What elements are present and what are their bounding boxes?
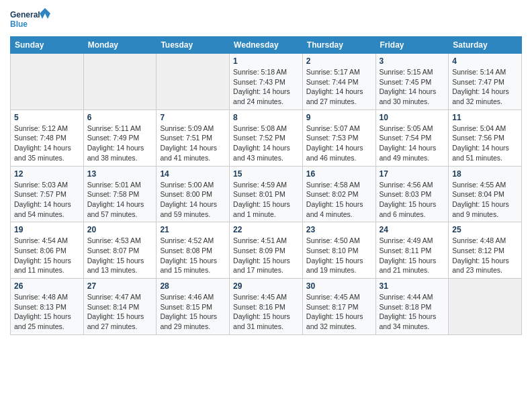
day-info: Sunrise: 5:05 AM Sunset: 7:54 PM Dayligh… [380, 124, 445, 163]
day-header-monday: Monday [83, 37, 157, 54]
day-number: 18 [452, 169, 518, 179]
day-info: Sunrise: 5:18 AM Sunset: 7:43 PM Dayligh… [233, 67, 299, 107]
calendar-table: SundayMondayTuesdayWednesdayThursdayFrid… [10, 36, 522, 335]
day-info: Sunrise: 4:47 AM Sunset: 8:14 PM Dayligh… [87, 292, 153, 332]
day-number: 7 [160, 113, 226, 122]
calendar-cell: 29Sunrise: 4:45 AM Sunset: 8:16 PM Dayli… [230, 279, 303, 335]
day-number: 21 [160, 225, 226, 234]
calendar-cell: 18Sunrise: 4:55 AM Sunset: 8:04 PM Dayli… [449, 166, 522, 222]
day-info: Sunrise: 5:09 AM Sunset: 7:51 PM Dayligh… [160, 124, 226, 163]
day-number: 13 [87, 169, 153, 179]
day-number: 11 [452, 113, 518, 122]
calendar-cell: 12Sunrise: 5:03 AM Sunset: 7:57 PM Dayli… [11, 166, 84, 222]
svg-marker-2 [40, 8, 50, 19]
calendar-cell: 21Sunrise: 4:52 AM Sunset: 8:08 PM Dayli… [157, 222, 230, 279]
calendar-cell: 24Sunrise: 4:49 AM Sunset: 8:11 PM Dayli… [375, 222, 449, 279]
calendar-cell: 9Sunrise: 5:07 AM Sunset: 7:53 PM Daylig… [302, 109, 375, 166]
day-info: Sunrise: 4:53 AM Sunset: 8:07 PM Dayligh… [87, 236, 153, 275]
day-number: 15 [233, 169, 299, 179]
day-info: Sunrise: 5:14 AM Sunset: 7:47 PM Dayligh… [452, 67, 518, 107]
day-info: Sunrise: 4:50 AM Sunset: 8:10 PM Dayligh… [306, 236, 372, 275]
day-number: 20 [87, 225, 153, 234]
calendar-cell: 17Sunrise: 4:56 AM Sunset: 8:03 PM Dayli… [375, 166, 449, 222]
day-header-saturday: Saturday [449, 37, 522, 54]
calendar-cell: 2Sunrise: 5:17 AM Sunset: 7:44 PM Daylig… [302, 54, 375, 110]
calendar-cell: 20Sunrise: 4:53 AM Sunset: 8:07 PM Dayli… [83, 222, 157, 279]
calendar-cell: 28Sunrise: 4:46 AM Sunset: 8:15 PM Dayli… [157, 279, 230, 335]
day-number: 29 [233, 281, 299, 291]
calendar-cell: 13Sunrise: 5:01 AM Sunset: 7:58 PM Dayli… [83, 166, 157, 222]
calendar-cell: 22Sunrise: 4:51 AM Sunset: 8:09 PM Dayli… [230, 222, 303, 279]
days-header-row: SundayMondayTuesdayWednesdayThursdayFrid… [11, 37, 522, 54]
calendar-cell: 10Sunrise: 5:05 AM Sunset: 7:54 PM Dayli… [375, 109, 449, 166]
day-info: Sunrise: 4:54 AM Sunset: 8:06 PM Dayligh… [14, 236, 80, 275]
day-number: 14 [160, 169, 226, 179]
day-number: 3 [380, 56, 445, 66]
week-row-1: 1Sunrise: 5:18 AM Sunset: 7:43 PM Daylig… [11, 54, 522, 110]
day-number: 22 [233, 225, 299, 234]
day-number: 17 [380, 169, 445, 179]
calendar-cell: 14Sunrise: 5:00 AM Sunset: 8:00 PM Dayli… [157, 166, 230, 222]
svg-text:General: General [10, 10, 40, 19]
calendar-cell: 6Sunrise: 5:11 AM Sunset: 7:49 PM Daylig… [83, 109, 157, 166]
day-info: Sunrise: 4:45 AM Sunset: 8:16 PM Dayligh… [233, 292, 299, 332]
calendar-cell: 1Sunrise: 5:18 AM Sunset: 7:43 PM Daylig… [230, 54, 303, 110]
calendar-cell [11, 54, 84, 110]
calendar-cell: 11Sunrise: 5:04 AM Sunset: 7:56 PM Dayli… [449, 109, 522, 166]
calendar-cell: 31Sunrise: 4:44 AM Sunset: 8:18 PM Dayli… [375, 279, 449, 335]
calendar-cell: 25Sunrise: 4:48 AM Sunset: 8:12 PM Dayli… [449, 222, 522, 279]
day-number: 5 [14, 113, 80, 122]
day-number: 28 [160, 281, 226, 291]
day-header-friday: Friday [375, 37, 449, 54]
day-number: 6 [87, 113, 153, 122]
day-number: 4 [452, 56, 518, 66]
day-info: Sunrise: 5:01 AM Sunset: 7:58 PM Dayligh… [87, 180, 153, 220]
day-header-wednesday: Wednesday [230, 37, 303, 54]
day-info: Sunrise: 4:44 AM Sunset: 8:18 PM Dayligh… [380, 292, 445, 332]
day-info: Sunrise: 4:56 AM Sunset: 8:03 PM Dayligh… [380, 180, 445, 220]
header: General Blue [10, 7, 522, 34]
day-number: 12 [14, 169, 80, 179]
day-number: 31 [380, 281, 445, 291]
day-number: 25 [452, 225, 518, 234]
day-info: Sunrise: 4:45 AM Sunset: 8:17 PM Dayligh… [306, 292, 372, 332]
day-info: Sunrise: 5:15 AM Sunset: 7:45 PM Dayligh… [380, 67, 445, 107]
calendar-cell: 5Sunrise: 5:12 AM Sunset: 7:48 PM Daylig… [11, 109, 84, 166]
calendar-cell: 7Sunrise: 5:09 AM Sunset: 7:51 PM Daylig… [157, 109, 230, 166]
day-info: Sunrise: 4:48 AM Sunset: 8:13 PM Dayligh… [14, 292, 80, 332]
calendar-cell [449, 279, 522, 335]
day-info: Sunrise: 4:58 AM Sunset: 8:02 PM Dayligh… [306, 180, 372, 220]
calendar-cell: 15Sunrise: 4:59 AM Sunset: 8:01 PM Dayli… [230, 166, 303, 222]
day-number: 16 [306, 169, 372, 179]
day-number: 8 [233, 113, 299, 122]
day-number: 2 [306, 56, 372, 66]
day-info: Sunrise: 5:17 AM Sunset: 7:44 PM Dayligh… [306, 67, 372, 107]
week-row-2: 5Sunrise: 5:12 AM Sunset: 7:48 PM Daylig… [11, 109, 522, 166]
day-info: Sunrise: 5:08 AM Sunset: 7:52 PM Dayligh… [233, 124, 299, 163]
calendar-cell: 16Sunrise: 4:58 AM Sunset: 8:02 PM Dayli… [302, 166, 375, 222]
day-info: Sunrise: 4:55 AM Sunset: 8:04 PM Dayligh… [452, 180, 518, 220]
day-header-thursday: Thursday [302, 37, 375, 54]
week-row-4: 19Sunrise: 4:54 AM Sunset: 8:06 PM Dayli… [11, 222, 522, 279]
day-header-sunday: Sunday [11, 37, 84, 54]
day-info: Sunrise: 4:59 AM Sunset: 8:01 PM Dayligh… [233, 180, 299, 220]
calendar-cell: 8Sunrise: 5:08 AM Sunset: 7:52 PM Daylig… [230, 109, 303, 166]
day-number: 30 [306, 281, 372, 291]
day-info: Sunrise: 4:51 AM Sunset: 8:09 PM Dayligh… [233, 236, 299, 275]
calendar-cell [157, 54, 230, 110]
day-number: 26 [14, 281, 80, 291]
logo-svg: General Blue [10, 7, 50, 34]
calendar-cell: 19Sunrise: 4:54 AM Sunset: 8:06 PM Dayli… [11, 222, 84, 279]
day-info: Sunrise: 4:46 AM Sunset: 8:15 PM Dayligh… [160, 292, 226, 332]
day-info: Sunrise: 5:00 AM Sunset: 8:00 PM Dayligh… [160, 180, 226, 220]
day-info: Sunrise: 5:07 AM Sunset: 7:53 PM Dayligh… [306, 124, 372, 163]
calendar-cell: 23Sunrise: 4:50 AM Sunset: 8:10 PM Dayli… [302, 222, 375, 279]
calendar-body: 1Sunrise: 5:18 AM Sunset: 7:43 PM Daylig… [11, 54, 522, 335]
week-row-3: 12Sunrise: 5:03 AM Sunset: 7:57 PM Dayli… [11, 166, 522, 222]
svg-text:Blue: Blue [10, 19, 28, 29]
day-number: 24 [380, 225, 445, 234]
day-number: 1 [233, 56, 299, 66]
calendar-cell [83, 54, 157, 110]
logo: General Blue [10, 7, 50, 34]
calendar-cell: 26Sunrise: 4:48 AM Sunset: 8:13 PM Dayli… [11, 279, 84, 335]
